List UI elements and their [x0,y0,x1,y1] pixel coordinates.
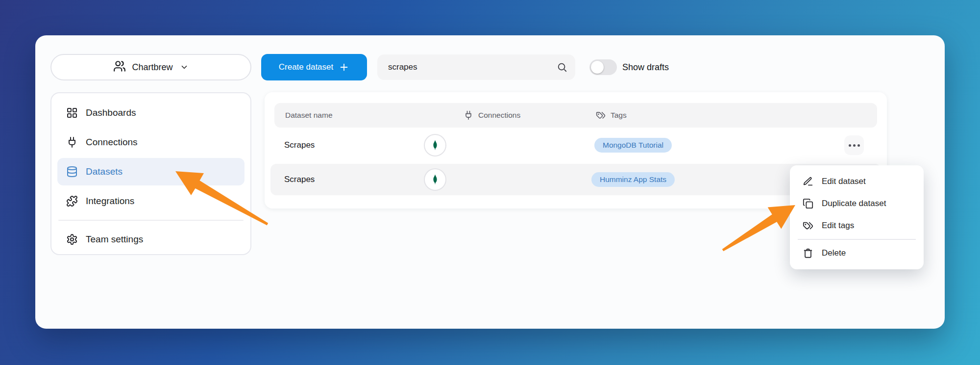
plus-icon [339,62,349,73]
sidebar-item-datasets[interactable]: Datasets [57,158,245,185]
database-icon [66,166,78,178]
search-input[interactable] [377,62,557,72]
column-header-label: Connections [478,111,520,120]
tags-icon [803,220,813,231]
table-row[interactable]: Scrapes MongoDB Tutorial [270,130,881,161]
show-drafts-label: Show drafts [622,54,669,80]
create-dataset-button[interactable]: Create dataset [261,54,367,80]
toggle-knob [591,61,604,74]
connection-avatar [424,168,446,191]
column-header-label: Tags [611,111,627,120]
sidebar-divider [58,220,244,221]
search-box [377,54,575,80]
menu-item-label: Delete [822,248,846,258]
dataset-name: Scrapes [284,130,315,161]
ellipsis-icon [849,144,851,147]
plug-icon [464,110,473,120]
sidebar-item-label: Datasets [86,166,122,177]
workspace-name: Chartbrew [132,62,172,73]
chevron-down-icon [180,63,189,72]
menu-item-duplicate-dataset[interactable]: Duplicate dataset [796,192,918,214]
table-header-row: Dataset name Connections Tags [274,103,877,128]
menu-item-label: Edit dataset [822,177,866,186]
menu-item-label: Edit tags [822,221,854,231]
puzzle-icon [66,195,78,207]
column-header-connections: Connections [464,103,520,128]
users-icon [113,60,126,75]
desktop-background: Chartbrew Create dataset Show drafts [0,0,980,365]
create-dataset-label: Create dataset [279,62,334,72]
tag-badge[interactable]: Humminz App Stats [591,172,675,187]
sidebar-item-team-settings[interactable]: Team settings [57,226,245,253]
column-header-dataset-name: Dataset name [285,103,333,128]
connection-avatar [424,134,446,156]
row-actions-button[interactable] [844,135,864,155]
tag-badge[interactable]: MongoDB Tutorial [594,138,672,153]
plug-icon [66,136,78,148]
mongodb-leaf-icon [429,139,441,151]
workspace-switcher[interactable]: Chartbrew [50,54,251,80]
sidebar-item-integrations[interactable]: Integrations [57,187,245,215]
sidebar: Dashboards Connections Datasets Integrat… [50,92,251,255]
sidebar-item-label: Dashboards [86,107,136,118]
menu-item-edit-dataset[interactable]: Edit dataset [796,170,918,192]
sidebar-item-label: Integrations [86,196,134,207]
mongodb-leaf-icon [429,174,441,185]
grid-icon [66,107,78,119]
sidebar-item-dashboards[interactable]: Dashboards [57,99,245,127]
menu-item-edit-tags[interactable]: Edit tags [796,214,918,236]
sidebar-item-connections[interactable]: Connections [57,129,245,156]
sidebar-item-label: Connections [86,137,138,148]
pencil-icon [803,176,813,187]
tags-icon [596,110,606,120]
row-context-menu: Edit dataset Duplicate dataset Edit tags… [790,165,924,269]
menu-item-delete[interactable]: Delete [796,242,918,264]
dataset-name: Scrapes [284,164,315,195]
menu-item-label: Duplicate dataset [822,199,886,209]
gear-icon [66,234,78,245]
column-header-tags: Tags [596,103,627,128]
sidebar-item-label: Team settings [86,234,143,245]
search-icon[interactable] [557,62,567,73]
trash-icon [803,248,813,259]
show-drafts-toggle[interactable] [589,59,617,75]
copy-icon [803,198,813,209]
menu-divider [798,239,916,240]
